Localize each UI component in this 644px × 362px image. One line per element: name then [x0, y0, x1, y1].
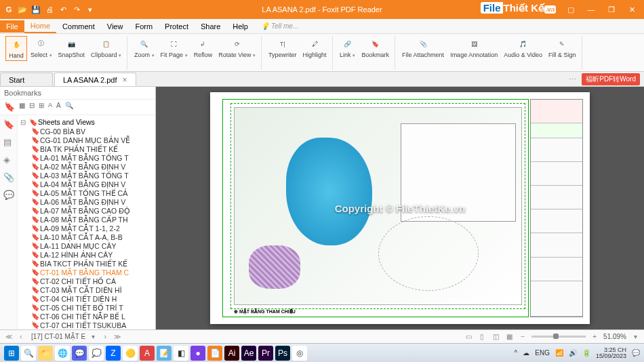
collapse-icon[interactable]: ⊞ — [39, 102, 44, 113]
bookmark-item[interactable]: 🔖LA-06 MẶT BẰNG ĐỊNH V — [20, 197, 153, 206]
page-dropdown-icon[interactable]: ▾ — [88, 333, 98, 340]
menu-help[interactable]: Help — [226, 20, 254, 33]
snapshot-button[interactable]: 📷SnapShot — [56, 36, 88, 60]
bookmark-item[interactable]: 🔖LA-11 DANH MỤC CÂY — [20, 241, 153, 250]
taskbar-edge[interactable]: 🌐 — [55, 346, 70, 361]
text-smaller-icon[interactable]: A — [48, 102, 52, 113]
tab-close-icon[interactable]: × — [123, 75, 127, 85]
view-mode-4-icon[interactable]: ▦ — [504, 333, 514, 340]
bookmark-item[interactable]: 🔖CT-07 CHI TIẾT TSUKUBA — [20, 321, 153, 329]
menu-form[interactable]: Form — [129, 20, 159, 33]
strip-comments-icon[interactable]: 💬 — [3, 190, 14, 201]
taskbar-search[interactable]: 🔍 — [21, 346, 36, 361]
expand-icon[interactable]: ⊟ — [29, 102, 35, 113]
taskbar-app3[interactable]: ● — [190, 346, 205, 361]
tray-volume-icon[interactable]: 🔊 — [569, 349, 577, 357]
undo-icon[interactable]: ↶ — [58, 5, 68, 14]
audio-button[interactable]: 🎵Audio & Video — [501, 36, 545, 60]
bookmark-item[interactable]: 🔖LA-09 MẶT CẮT 1-1, 2-2 — [20, 224, 153, 233]
tree-root[interactable]: ⊟ 🔖 Sheets and Views — [20, 117, 153, 127]
taskbar-app4[interactable]: ◎ — [292, 346, 307, 361]
collapse-toggle-icon[interactable]: ⊟ — [20, 119, 27, 126]
tray-onedrive-icon[interactable]: ☁ — [523, 349, 529, 357]
bookmark-item[interactable]: 🔖CT-04 CHI TIẾT DIỄN H — [20, 294, 153, 303]
highlight-button[interactable]: 🖍Highlight — [300, 36, 329, 60]
taskbar-notepad[interactable]: 📝 — [157, 346, 172, 361]
first-page-button[interactable]: ≪ — [4, 333, 14, 340]
imgann-button[interactable]: 🖼Image Annotation — [447, 36, 500, 60]
fitpage-button[interactable]: ⛶Fit Page ▾ — [158, 36, 190, 60]
bookmark-item[interactable]: 🔖LA-03 MẶT BẰNG TỔNG T — [20, 171, 153, 180]
print-icon[interactable]: 🖨 — [45, 5, 54, 14]
open-icon[interactable]: 📂 — [18, 5, 27, 14]
prev-page-button[interactable]: ‹ — [16, 333, 26, 340]
help-icon[interactable]: ? — [541, 3, 560, 16]
tray-wifi-icon[interactable]: 📶 — [555, 349, 563, 357]
bookmark-item[interactable]: 🔖CT-06 CHI TIẾT NẮP BỂ L — [20, 312, 153, 321]
taskbar-ae[interactable]: Ae — [241, 346, 256, 361]
taskbar-discord[interactable]: 💬 — [72, 346, 87, 361]
taskbar-start[interactable]: ⊞ — [4, 346, 19, 361]
maximize-button[interactable]: ❐ — [602, 3, 621, 16]
find-icon[interactable]: 🔍 — [65, 102, 73, 113]
link-button[interactable]: 🔗Link ▾ — [337, 36, 359, 60]
menu-protect[interactable]: Protect — [159, 20, 195, 33]
bookmark-item[interactable]: 🔖LA-02 MẶT BẰNG ĐỊNH V — [20, 162, 153, 171]
taskbar-explorer[interactable]: 📁 — [38, 346, 53, 361]
taskbar-zalo[interactable]: Z — [106, 346, 121, 361]
taskbar-app2[interactable]: ◧ — [174, 346, 188, 361]
tray-language[interactable]: ENG — [535, 349, 550, 357]
promo-tag[interactable]: 福昕PDF转Word — [582, 73, 640, 85]
bookmark-item[interactable]: 🔖LA-12 HÌNH ẢNH CÂY — [20, 250, 153, 259]
tab-start[interactable]: Start — [0, 73, 53, 86]
view-mode-2-icon[interactable]: ▯ — [477, 333, 487, 340]
tray-notifications-icon[interactable]: 💬 — [632, 349, 640, 357]
view-mode-1-icon[interactable]: ▭ — [464, 333, 473, 340]
clipboard-button[interactable]: 📋Clipboard ▾ — [88, 36, 124, 60]
fileatt-button[interactable]: 📎File Attachment — [399, 36, 447, 60]
select-button[interactable]: ⒾSelect ▾ — [28, 36, 55, 60]
last-page-button[interactable]: ≫ — [113, 333, 122, 340]
bookmark-item[interactable]: 🔖CT-05 CHI TIẾT BỐ TRÍ T — [20, 303, 153, 312]
close-button[interactable]: ✕ — [622, 3, 641, 16]
zoom-level[interactable]: 51.09% — [603, 333, 626, 340]
bookmark-button[interactable]: 🔖Bookmark — [359, 36, 393, 60]
minimize-button[interactable]: ― — [582, 3, 601, 16]
zoom-in-button[interactable]: + — [590, 333, 599, 340]
strip-layers-icon[interactable]: ◈ — [3, 155, 14, 165]
zoom-slider[interactable] — [531, 336, 586, 338]
tell-me-search[interactable]: 💡 Tell me… — [261, 22, 300, 30]
bookmark-item[interactable]: 🔖CT-01 MẶT BẰNG THAM C — [20, 268, 153, 277]
next-page-button[interactable]: › — [100, 333, 110, 340]
save-icon[interactable]: 💾 — [31, 5, 41, 14]
redo-icon[interactable]: ↷ — [72, 5, 81, 14]
typewriter-button[interactable]: T|Typewriter — [266, 36, 300, 60]
menu-comment[interactable]: Comment — [56, 20, 101, 33]
bookmark-item[interactable]: 🔖CT-02 CHI TIẾT HỒ CÁ — [20, 277, 153, 285]
taskbar-foxit[interactable]: 📄 — [207, 346, 222, 361]
qat-more-icon[interactable]: ▾ — [85, 5, 95, 14]
menu-view[interactable]: View — [101, 20, 129, 33]
tray-battery-icon[interactable]: 🔋 — [582, 349, 590, 357]
tray-chevron-icon[interactable]: ^ — [515, 349, 518, 357]
bookmark-item[interactable]: 🔖CG-00 BÌA BV — [20, 127, 153, 136]
taskbar-ps[interactable]: Ps — [275, 346, 290, 361]
reflow-button[interactable]: ↲Reflow — [191, 36, 216, 60]
taskbar-ai[interactable]: Ai — [224, 346, 239, 361]
view-mode-3-icon[interactable]: ◫ — [491, 333, 500, 340]
strip-attachments-icon[interactable]: 📎 — [3, 172, 14, 183]
strip-bookmarks-icon[interactable]: 🔖 — [3, 119, 14, 130]
bookmark-tab-icon[interactable]: 🔖 — [4, 102, 15, 113]
pdf-viewer[interactable]: ⊕ MẶT BẰNG THAM CHIẾU Copyright © FileTh… — [156, 87, 644, 329]
new-bookmark-icon[interactable]: ▦ — [19, 102, 25, 113]
menu-share[interactable]: Share — [195, 20, 226, 33]
tray-clock[interactable]: 3:25 CH 15/09/2023 — [596, 347, 626, 359]
tab-options-icon[interactable]: ⋯ — [569, 75, 576, 84]
bookmark-item[interactable]: 🔖LA-07 MẶT BẰNG CAO ĐỘ — [20, 206, 153, 215]
bookmark-item[interactable]: 🔖LA-04 MẶT BẰNG ĐỊNH V — [20, 180, 153, 188]
bookmark-item[interactable]: 🔖BIA TKCT PHẦN THIẾT KẾ — [20, 259, 153, 268]
bookmark-item[interactable]: 🔖LA-01 MẶT BẰNG TỔNG T — [20, 153, 153, 162]
taskbar-pr[interactable]: Pr — [258, 346, 273, 361]
bookmark-item[interactable]: 🔖CG-01 DANH MỤC BẢN VẼ — [20, 136, 153, 144]
zoom-dropdown-icon[interactable]: ▾ — [630, 333, 640, 340]
